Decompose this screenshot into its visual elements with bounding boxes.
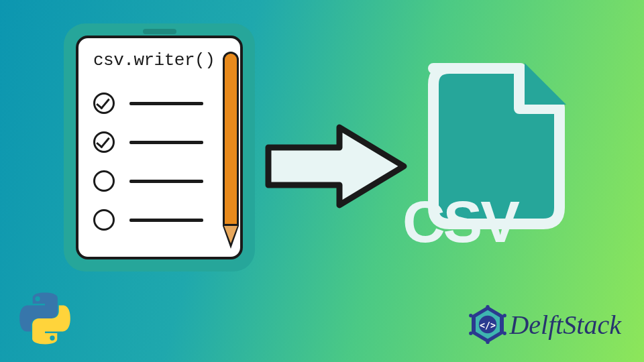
- text-line-icon: [129, 102, 203, 105]
- svg-point-7: [487, 341, 490, 344]
- arrow-right-icon: [260, 119, 415, 217]
- checklist-row: [93, 84, 229, 123]
- brand-name: DelftStack: [509, 309, 621, 341]
- text-line-icon: [129, 141, 203, 144]
- pencil-icon: [223, 52, 239, 266]
- svg-point-8: [470, 332, 472, 335]
- python-logo-icon: [19, 292, 71, 345]
- tablet-notch: [143, 29, 176, 34]
- checkbox-empty-icon: [93, 170, 115, 192]
- text-line-icon: [129, 219, 203, 222]
- checkbox-empty-icon: [93, 209, 115, 231]
- checkbox-checked-icon: [93, 131, 115, 153]
- svg-point-9: [470, 314, 472, 317]
- notepad-tablet: csv.writer(): [64, 23, 255, 272]
- code-function-title: csv.writer(): [93, 50, 229, 70]
- svg-text:</>: </>: [480, 320, 496, 330]
- delftstack-brand: </> DelftStack: [468, 304, 621, 345]
- csv-file-label: CSV: [402, 188, 518, 256]
- checklist-row: [93, 123, 229, 162]
- notepad-page: csv.writer(): [76, 36, 243, 259]
- checkbox-checked-icon: [93, 93, 115, 114]
- text-line-icon: [129, 180, 203, 183]
- checklist-row: [93, 162, 229, 200]
- svg-point-5: [504, 314, 506, 317]
- delftstack-logo-icon: </>: [468, 304, 508, 345]
- svg-point-6: [504, 332, 506, 335]
- svg-point-4: [487, 306, 490, 308]
- checklist-row: [93, 200, 229, 239]
